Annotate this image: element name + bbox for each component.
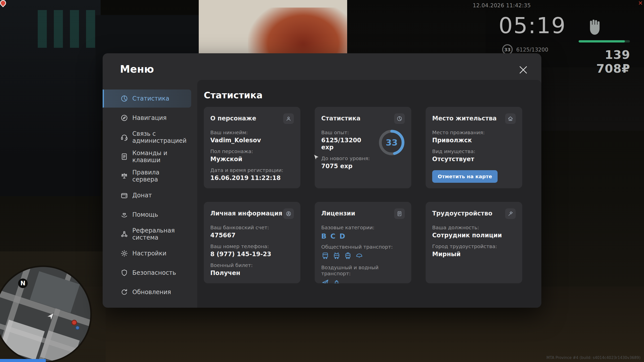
level-progress-ring: 33 [378,128,406,157]
document-icon [394,208,405,219]
sidebar-item-statistics[interactable]: Статистика [103,89,191,108]
card-header: О персонаже [210,113,294,124]
care-icon [120,211,128,219]
card-title: Личная информация [210,208,282,217]
sidebar-item-label: Обновления [132,289,171,296]
map-marker-blue [75,326,79,330]
card-header: Место жительства [432,113,516,124]
card-header: Статистика [321,113,405,124]
boat-icon [333,278,341,283]
license-group: Общественный транспорт: [321,244,405,261]
field-label: Вид имущества: [432,148,516,154]
field-label: Ваш никнейм: [210,129,294,135]
card-residence: Место жительства Место проживания: Приво… [426,107,522,188]
field: Ваш опыт: 6125/13200 exp [321,129,374,151]
refresh-icon [120,288,128,296]
bus-icon [321,252,329,261]
field-value: 8 (977) 145-19-23 [210,251,294,258]
field: Ваш никнейм: Vadim_Kolesov [210,129,294,144]
cards-grid: О персонаже Ваш никнейм: Vadim_Kolesov П… [204,107,541,283]
shield-icon [120,269,128,277]
card-personal-info: Личная информация Ваш банковский счет: 4… [204,202,300,283]
trolleybus-icon [333,252,341,261]
license-categories: BCD [321,232,405,240]
sidebar-item-admin-contact[interactable]: Связь с администрацией [103,128,191,146]
sidebar: СтатистикаНавигацияСвязь с администрацие… [103,89,191,302]
field-value: Отсутствует [432,156,516,163]
card-title: Лицензии [321,208,355,217]
license-letter: D [339,232,345,240]
sidebar-item-label: Правила сервера [132,169,183,183]
hud-clock: 05:19 [499,13,566,38]
sidebar-item-label: Помощь [132,211,158,218]
card-fields: Место проживания: Приволжск Вид имуществ… [432,129,516,163]
field-label: Место проживания: [432,129,516,135]
hud-health-bar [579,40,630,42]
menu-modal: Меню СтатистикаНавигацияСвязь с админист… [103,53,541,308]
field-label: Город трудоустройства: [432,243,516,249]
license-group: Базовые категории:BCD [321,224,405,240]
sidebar-item-label: Статистика [132,95,169,102]
field: До нового уровня: 7075 exp [321,155,374,170]
field-label: Ваш опыт: [321,129,374,135]
field-value: Мирный [432,251,516,258]
mouse-cursor [313,154,320,161]
sidebar-item-server-rules[interactable]: Правила сервера [103,167,191,185]
card-employment: Трудоустройство Ваша должность: Сотрудни… [426,202,522,283]
map-marker-red [71,320,77,325]
field-label: До нового уровня: [321,155,374,161]
taxi-cap-icon [355,252,363,261]
license-letter: C [331,232,336,240]
mark-on-map-button[interactable]: Отметить на карте [432,170,498,183]
fist-icon [584,15,604,39]
headset-icon [120,133,128,141]
license-letter: B [321,232,327,240]
hud-money: 139 708₽ [574,48,630,75]
card-fields: Ваш банковский счет: 475667 Ваш номер те… [210,224,294,277]
sidebar-item-label: Безопасность [132,269,176,276]
card-fields: Ваш никнейм: Vadim_Kolesov Пол персонажа… [210,129,294,182]
sidebar-item-donate[interactable]: Донат [103,186,191,204]
license-icons [321,252,405,261]
sidebar-item-label: Навигация [132,114,167,121]
field-label: Ваша должность: [432,224,516,231]
field: Ваш банковский счет: 475667 [210,224,294,239]
hud-datetime: 12.04.2026 11:42:35 [473,3,531,9]
sidebar-item-navigation[interactable]: Навигация [103,109,191,127]
field-value: 6125/13200 exp [321,137,374,151]
sidebar-item-updates[interactable]: Обновления [103,283,191,301]
sidebar-item-commands-keys[interactable]: Команды и клавиши [103,148,191,166]
hud-level-value: 33 [504,47,510,52]
compass-north-letter: N [20,280,25,287]
field-value: Мужской [210,156,294,163]
card-fields: Ваша должность: Сотрудник полиции Город … [432,224,516,258]
game-screen: 12.04.2026 11:42:35 05:19 33 6125/13200 … [0,0,644,362]
field-value: Приволжск [432,137,516,144]
hud-bottom-bar [0,359,46,362]
license-icons [321,278,405,283]
card-header: Личная информация [210,208,294,219]
field: Место проживания: Приволжск [432,129,516,144]
background-windows [38,10,101,48]
field: Дата и время регистрации: 16.06.2019 11:… [210,167,294,182]
pie-chart-icon [394,113,405,124]
minimap [0,267,90,361]
close-button[interactable] [518,64,529,75]
person-icon [283,113,294,124]
list-icon [120,153,128,161]
hammer-icon [505,208,516,219]
mta-window-close-icon[interactable] [638,1,643,6]
field: Ваша должность: Сотрудник полиции [432,224,516,239]
field-label: Пол персонажа: [210,148,294,154]
group-label: Воздушный и водный транспорт: [321,264,405,277]
card-header: Лицензии [321,208,405,219]
sidebar-item-settings[interactable]: Настройки [103,244,191,262]
card-title: О персонаже [210,113,256,122]
sidebar-item-security[interactable]: Безопасность [103,264,191,282]
network-icon [120,230,128,238]
sidebar-item-help[interactable]: Помощь [103,206,191,224]
group-label: Базовые категории: [321,224,405,231]
compass-north-badge: N [18,279,28,288]
content-title: Статистика [204,90,541,100]
sidebar-item-referral[interactable]: Реферальная система [103,225,191,243]
